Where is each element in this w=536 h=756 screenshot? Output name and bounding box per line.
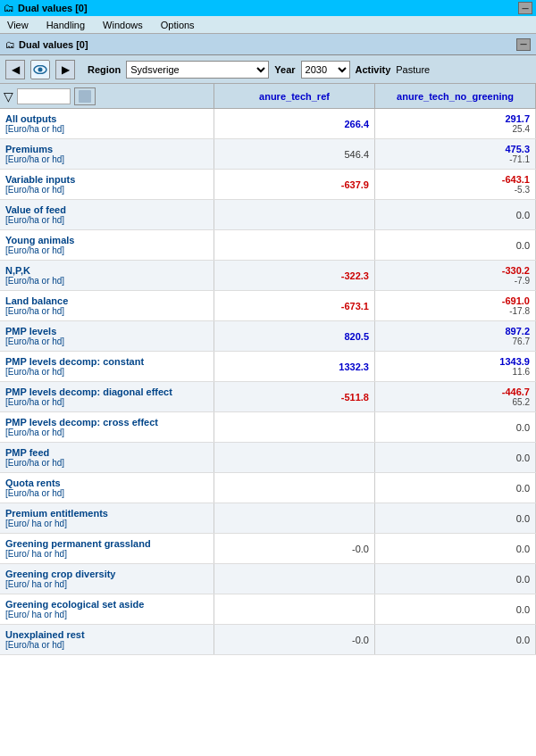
panel-header: 🗂 Dual values [0] ─ [0, 34, 536, 55]
data-cell-col1 [214, 594, 375, 624]
data-cell-col2: -330.2-7.9 [375, 261, 536, 290]
data-cell-col2: -643.1-5.3 [375, 170, 536, 199]
row-label: PMP levels[Euro/ha or hd] [0, 321, 214, 351]
row-label: PMP levels decomp: constant[Euro/ha or h… [0, 352, 214, 381]
data-cell-col2: 897.276.7 [375, 321, 536, 351]
next-button[interactable]: ▶ [55, 60, 75, 79]
table-row: Variable inputs[Euro/ha or hd]-637.9-643… [0, 170, 536, 200]
menu-handling[interactable]: Handling [43, 18, 88, 32]
data-cell-col1 [214, 503, 375, 533]
data-cell-col2: -446.765.2 [375, 382, 536, 411]
row-label: N,P,K[Euro/ha or hd] [0, 261, 214, 290]
table-row: Greening ecological set aside[Euro/ ha o… [0, 594, 536, 625]
eye-button[interactable] [30, 60, 50, 79]
table-row: PMP levels[Euro/ha or hd]820.5897.276.7 [0, 321, 536, 352]
table-row: Greening crop diversity[Euro/ ha or hd]0… [0, 564, 536, 594]
row-label: PMP levels decomp: diagonal effect[Euro/… [0, 382, 214, 411]
title-bar: 🗂 Dual values [0] ─ [0, 0, 536, 16]
data-cell-col1: 266.4 [214, 109, 375, 138]
main-container: ◀ ▶ Region Sydsverige Year 2030 Activity… [0, 55, 536, 756]
title-bar-icon: 🗂 [4, 2, 14, 14]
svg-rect-2 [79, 90, 91, 103]
title-bar-text: Dual values [0] [18, 3, 88, 13]
close-button[interactable]: ─ [516, 38, 531, 51]
data-cell-col2: 0.0 [375, 412, 536, 442]
table-row: Young animals[Euro/ha or hd]0.0 [0, 230, 536, 261]
year-select[interactable]: 2030 [301, 61, 350, 79]
row-label: Greening permanent grassland[Euro/ ha or… [0, 534, 214, 563]
data-cell-col1 [214, 564, 375, 594]
row-label: PMP feed[Euro/ha or hd] [0, 443, 214, 472]
rows-container: All outputs[Euro/ha or hd]266.4291.725.4… [0, 109, 536, 655]
col2-header: anure_tech_no_greening [375, 84, 536, 108]
table-row: Greening permanent grassland[Euro/ ha or… [0, 534, 536, 564]
data-cell-col2: 0.0 [375, 200, 536, 229]
table-row: PMP levels decomp: diagonal effect[Euro/… [0, 382, 536, 412]
filter-check[interactable] [74, 87, 96, 105]
table-row: Quota rents[Euro/ha or hd]0.0 [0, 473, 536, 503]
row-label: PMP levels decomp: cross effect[Euro/ha … [0, 412, 214, 442]
col1-header: anure_tech_ref [214, 84, 375, 108]
data-cell-col1 [214, 412, 375, 442]
table-row: N,P,K[Euro/ha or hd]-322.3-330.2-7.9 [0, 261, 536, 291]
filter-input[interactable] [17, 88, 71, 104]
data-cell-col1 [214, 200, 375, 229]
data-cell-col2: 475.3-71.1 [375, 139, 536, 169]
table-row: Premiums[Euro/ha or hd]546.4475.3-71.1 [0, 139, 536, 170]
data-cell-col2: 0.0 [375, 503, 536, 533]
row-label: Premium entitlements[Euro/ ha or hd] [0, 503, 214, 533]
data-cell-col2: 1343.911.6 [375, 352, 536, 381]
row-label: Premiums[Euro/ha or hd] [0, 139, 214, 169]
row-label: Variable inputs[Euro/ha or hd] [0, 170, 214, 199]
data-cell-col1: 820.5 [214, 321, 375, 351]
data-cell-col1: 546.4 [214, 139, 375, 169]
menu-windows[interactable]: Windows [99, 18, 147, 32]
filter-icon: ▽ [4, 89, 13, 104]
table-row: PMP feed[Euro/ha or hd]0.0 [0, 443, 536, 473]
menu-bar: View Handling Windows Options [0, 16, 536, 34]
table-body: All outputs[Euro/ha or hd]266.4291.725.4… [0, 109, 536, 756]
data-cell-col2: 0.0 [375, 473, 536, 503]
row-label: Unexplained rest[Euro/ha or hd] [0, 625, 214, 654]
row-label: Quota rents[Euro/ha or hd] [0, 473, 214, 503]
data-cell-col2: 0.0 [375, 625, 536, 654]
data-cell-col1: -0.0 [214, 534, 375, 563]
panel-icon: 🗂 [5, 39, 15, 50]
region-select[interactable]: Sydsverige [126, 61, 269, 79]
data-cell-col1: -673.1 [214, 291, 375, 320]
data-cell-col2: 0.0 [375, 230, 536, 260]
data-cell-col2: 0.0 [375, 534, 536, 563]
table-row: All outputs[Euro/ha or hd]266.4291.725.4 [0, 109, 536, 139]
menu-options[interactable]: Options [157, 18, 198, 32]
activity-value: Pasture [396, 64, 430, 75]
minimize-button[interactable]: ─ [518, 2, 532, 14]
data-cell-col1: -322.3 [214, 261, 375, 290]
activity-label: Activity [356, 64, 391, 75]
data-cell-col1: -637.9 [214, 170, 375, 199]
label-col-header: ▽ [0, 84, 214, 108]
data-cell-col2: 0.0 [375, 594, 536, 624]
data-cell-col1 [214, 443, 375, 472]
row-label: Greening crop diversity[Euro/ ha or hd] [0, 564, 214, 594]
prev-button[interactable]: ◀ [5, 60, 25, 79]
table-row: PMP levels decomp: cross effect[Euro/ha … [0, 412, 536, 443]
svg-point-1 [38, 67, 43, 71]
table-row: Unexplained rest[Euro/ha or hd]-0.00.0 [0, 625, 536, 655]
table-row: Value of feed[Euro/ha or hd]0.0 [0, 200, 536, 230]
data-cell-col1 [214, 473, 375, 503]
column-headers: ▽ anure_tech_ref anure_tech_no_greening [0, 84, 536, 109]
menu-view[interactable]: View [4, 18, 32, 32]
year-label: Year [274, 64, 295, 75]
data-cell-col2: -691.0-17.8 [375, 291, 536, 320]
data-cell-col1: 1332.3 [214, 352, 375, 381]
table-row: Land balance[Euro/ha or hd]-673.1-691.0-… [0, 291, 536, 321]
row-label: All outputs[Euro/ha or hd] [0, 109, 214, 138]
data-cell-col1 [214, 230, 375, 260]
row-label: Greening ecological set aside[Euro/ ha o… [0, 594, 214, 624]
row-label: Value of feed[Euro/ha or hd] [0, 200, 214, 229]
data-cell-col2: 0.0 [375, 564, 536, 594]
data-cell-col1: -511.8 [214, 382, 375, 411]
toolbar: ◀ ▶ Region Sydsverige Year 2030 Activity… [0, 55, 536, 84]
data-cell-col2: 291.725.4 [375, 109, 536, 138]
panel-title: Dual values [0] [19, 39, 88, 50]
